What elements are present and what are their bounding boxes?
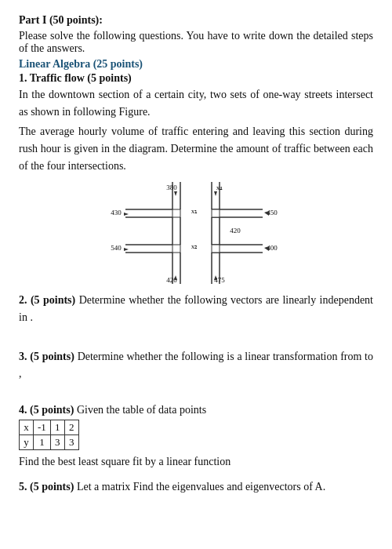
svg-rect-39 — [172, 209, 180, 217]
traffic-diagram: 380 x₄ 430 540 450 400 x₁ x₂ 420 420 475 — [19, 182, 373, 284]
table-cell: -1 — [34, 420, 51, 435]
table-row-1: x -1 1 2 — [20, 420, 79, 435]
svg-text:380: 380 — [166, 184, 177, 191]
svg-text:420: 420 — [230, 227, 241, 235]
data-table: x -1 1 2 y 1 3 3 — [19, 420, 79, 450]
part-title: Part I (50 points): — [19, 14, 373, 27]
q1-title: 1. Traffic flow (5 points) — [19, 72, 373, 85]
q1-body2: The average hourly volume of traffic ent… — [19, 123, 373, 174]
svg-marker-27 — [124, 248, 129, 251]
q5-label: 5. (5 points) — [19, 481, 74, 493]
table-cell: 2 — [64, 420, 78, 435]
table-cell: 3 — [50, 435, 64, 450]
question-4: 4. (5 points) Given the table of data po… — [19, 404, 373, 471]
table-cell: 1 — [34, 435, 51, 450]
svg-text:x₁: x₁ — [191, 207, 198, 215]
q2-title-body: 2. (5 points) Determine whether the foll… — [19, 292, 373, 325]
svg-marker-25 — [124, 213, 129, 216]
q4-body2: Find the best least square fit by a line… — [19, 453, 373, 471]
q1-body: In the downtown section of a certain cit… — [19, 86, 373, 120]
svg-text:x₂: x₂ — [191, 242, 198, 250]
table-cell: 3 — [64, 435, 78, 450]
svg-marker-22 — [174, 191, 177, 196]
table-row-2: y 1 3 3 — [20, 435, 79, 450]
q4-label: 4. (5 points) — [19, 404, 74, 416]
instructions: Please solve the following questions. Yo… — [19, 30, 373, 55]
svg-text:540: 540 — [111, 244, 122, 252]
traffic-svg: 380 x₄ 430 540 450 400 x₁ x₂ 420 420 475 — [110, 182, 282, 284]
svg-marker-23 — [214, 191, 217, 196]
svg-rect-42 — [212, 245, 220, 253]
question-2: 2. (5 points) Determine whether the foll… — [19, 292, 373, 340]
svg-text:x₄: x₄ — [216, 184, 223, 191]
svg-text:430: 430 — [111, 209, 122, 216]
section-title: Linear Algebra (25 points) — [19, 58, 373, 71]
table-cell: x — [20, 420, 34, 435]
q5-text: Let a matrix Find the eigenvalues and ei… — [77, 481, 325, 493]
question-3: 3. (5 points) Determine whether the foll… — [19, 348, 373, 396]
svg-rect-41 — [172, 245, 180, 253]
table-cell: 1 — [50, 420, 64, 435]
q5-body: 5. (5 points) Let a matrix Find the eige… — [19, 478, 373, 496]
question-5: 5. (5 points) Let a matrix Find the eige… — [19, 478, 373, 496]
q3-title-body: 3. (5 points) Determine whether the foll… — [19, 348, 373, 382]
svg-rect-40 — [212, 209, 220, 217]
q3-label: 3. (5 points) — [19, 351, 74, 362]
table-cell: y — [20, 435, 34, 450]
q2-label: 2. (5 points) — [19, 294, 75, 306]
q4-body: Given the table of data points — [77, 404, 206, 416]
question-1: 1. Traffic flow (5 points) In the downto… — [19, 72, 373, 174]
